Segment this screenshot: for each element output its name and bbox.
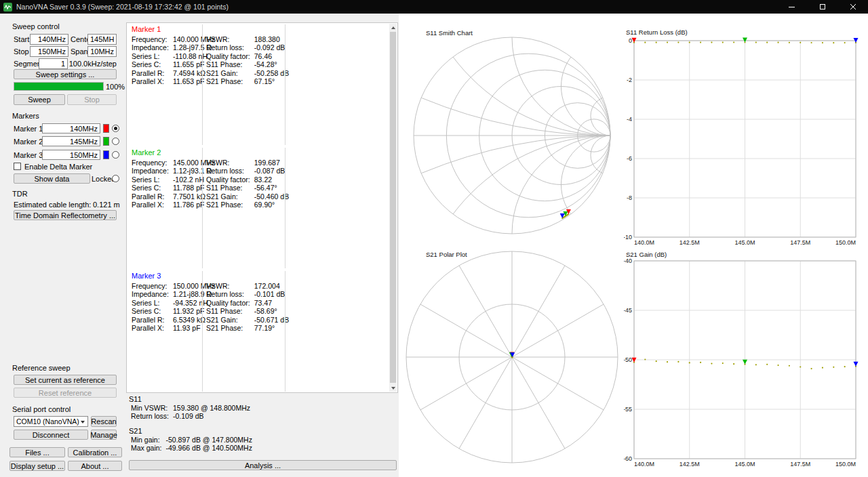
column-divider bbox=[285, 271, 285, 392]
field-label: Quality factor: bbox=[206, 175, 250, 184]
scroll-down-button[interactable] bbox=[389, 384, 397, 392]
field-label: Series L: bbox=[132, 52, 169, 60]
analysis-button[interactable]: Analysis ... bbox=[129, 460, 397, 470]
start-frequency-input[interactable] bbox=[30, 34, 68, 45]
maximize-icon bbox=[820, 4, 825, 9]
field-value: -56.47° bbox=[254, 184, 289, 192]
svg-text:-4: -4 bbox=[627, 116, 632, 123]
field-label: S21 Phase: bbox=[206, 324, 250, 332]
serial-port-select[interactable]: COM10 (NanoVNA) bbox=[14, 416, 88, 427]
marker-1-input[interactable] bbox=[42, 123, 100, 133]
close-icon bbox=[850, 3, 856, 10]
field-label: Min VSWR: bbox=[131, 404, 169, 412]
control-panel: Sweep control Start Center Stop Span Seg… bbox=[0, 14, 126, 477]
sweep-settings-button[interactable]: Sweep settings ... bbox=[14, 69, 117, 79]
field-value: 188.380 bbox=[254, 35, 289, 43]
s11-smith-chart-canvas[interactable] bbox=[401, 19, 623, 248]
reset-reference-button[interactable]: Reset reference bbox=[14, 388, 117, 398]
stop-frequency-input[interactable] bbox=[30, 46, 68, 57]
field-label: Quality factor: bbox=[206, 299, 250, 307]
field-label: Series C: bbox=[132, 60, 169, 68]
display-setup-button[interactable]: Display setup ... bbox=[9, 461, 65, 471]
rescan-button[interactable]: Rescan bbox=[91, 416, 117, 427]
marker-3-color-swatch[interactable] bbox=[103, 150, 109, 159]
enable-delta-marker-label: Enable Delta Marker bbox=[24, 163, 92, 171]
column-divider bbox=[285, 24, 285, 145]
vertical-scrollbar[interactable] bbox=[389, 24, 397, 392]
marker-field-column: VSWR:172.004Return loss:-0.101 dBQuality… bbox=[206, 282, 289, 332]
field-label: S11 Phase: bbox=[206, 184, 250, 192]
field-value: -58.69° bbox=[254, 307, 289, 315]
calibration-button[interactable]: Calibration ... bbox=[68, 447, 122, 457]
minimize-button[interactable] bbox=[776, 0, 807, 14]
show-data-button[interactable]: Show data bbox=[14, 173, 90, 184]
marker-1-radio[interactable] bbox=[112, 125, 119, 132]
close-button[interactable] bbox=[837, 0, 868, 14]
field-label: Parallel X: bbox=[132, 77, 169, 85]
maximize-button[interactable] bbox=[807, 0, 837, 14]
svg-text:145.0M: 145.0M bbox=[734, 461, 755, 468]
marker-data-title: Marker 3 bbox=[132, 272, 161, 280]
about-button[interactable]: About ... bbox=[68, 461, 122, 471]
window-title: NanoVNA Saver 0.3.9 (Sweep: 2021-08-19 1… bbox=[16, 3, 229, 11]
sweep-button[interactable]: Sweep bbox=[14, 94, 65, 105]
field-value: -49.966 dB @ 140.500MHz bbox=[166, 444, 252, 452]
marker-field-column: VSWR:199.687Return loss:-0.087 dBQuality… bbox=[206, 159, 289, 209]
field-label: Impedance: bbox=[132, 290, 169, 298]
stop-button[interactable]: Stop bbox=[67, 94, 117, 105]
reference-sweep-title: Reference sweep bbox=[12, 364, 71, 372]
column-divider bbox=[202, 148, 203, 268]
marker-3-input[interactable] bbox=[42, 150, 100, 160]
marker-2-radio[interactable] bbox=[112, 138, 119, 145]
field-value: -50.671 dB bbox=[254, 316, 289, 324]
s21-polar-plot-cell: S21 Polar Plot bbox=[401, 248, 623, 472]
segments-input[interactable] bbox=[39, 58, 68, 69]
span-frequency-input[interactable] bbox=[87, 46, 117, 57]
field-value: 159.380 @ 148.800MHz bbox=[173, 404, 250, 412]
locked-radio[interactable] bbox=[112, 175, 119, 182]
field-label: Frequency: bbox=[132, 282, 169, 290]
field-label: Parallel X: bbox=[132, 324, 169, 332]
field-label: Series L: bbox=[132, 175, 169, 184]
field-value: 199.687 bbox=[254, 159, 289, 167]
markers-title: Markers bbox=[12, 112, 39, 120]
s11-return-loss-canvas[interactable]: 0-2-4-6-8-10140.0M142.5M145.0M147.5M150.… bbox=[624, 19, 868, 248]
svg-text:-60: -60 bbox=[624, 455, 632, 462]
field-label: Return loss: bbox=[206, 167, 250, 175]
scrollbar-thumb[interactable] bbox=[390, 32, 396, 383]
disconnect-button[interactable]: Disconnect bbox=[14, 430, 88, 440]
cable-length-label: Estimated cable length: bbox=[14, 201, 91, 209]
s21-stats-title: S21 bbox=[129, 427, 142, 435]
svg-text:145.0M: 145.0M bbox=[734, 239, 755, 246]
enable-delta-marker-checkbox[interactable] bbox=[14, 163, 21, 170]
center-frequency-input[interactable] bbox=[87, 34, 117, 45]
set-reference-button[interactable]: Set current as reference bbox=[14, 375, 117, 385]
s11-smith-chart-cell: S11 Smith Chart bbox=[401, 19, 623, 248]
marker-3-radio[interactable] bbox=[112, 151, 119, 159]
chart-title: S21 Polar Plot bbox=[426, 251, 467, 258]
tdr-button[interactable]: Time Domain Reflectometry ... bbox=[14, 210, 117, 220]
field-value: 69.90° bbox=[254, 201, 289, 209]
field-value: 172.004 bbox=[254, 282, 289, 290]
svg-text:-55: -55 bbox=[624, 406, 632, 413]
marker-2-input[interactable] bbox=[42, 136, 100, 146]
scroll-down-icon bbox=[391, 387, 395, 390]
svg-text:147.5M: 147.5M bbox=[790, 239, 810, 246]
marker-2-color-swatch[interactable] bbox=[103, 137, 109, 146]
s21-polar-plot-canvas[interactable] bbox=[401, 248, 623, 472]
manage-button[interactable]: Manage bbox=[91, 430, 117, 440]
field-value: 73.47 bbox=[254, 299, 289, 307]
s21-gain-canvas[interactable]: -40-45-50-55-60140.0M142.5M145.0M147.5M1… bbox=[624, 248, 868, 472]
field-label: Series C: bbox=[132, 307, 169, 315]
svg-text:-45: -45 bbox=[624, 307, 632, 314]
field-value: 67.15° bbox=[254, 77, 289, 85]
files-button[interactable]: Files ... bbox=[9, 447, 65, 457]
cable-length-value: 0.121 m bbox=[93, 201, 120, 209]
s21-gain-chart-cell: S21 Gain (dB) -40-45-50-55-60140.0M142.5… bbox=[624, 248, 868, 472]
marker-1-color-swatch[interactable] bbox=[103, 124, 109, 133]
svg-text:147.5M: 147.5M bbox=[790, 461, 810, 468]
scroll-up-button[interactable] bbox=[389, 24, 397, 31]
chart-title: S11 Return Loss (dB) bbox=[626, 28, 688, 36]
field-label: Parallel R: bbox=[132, 192, 169, 201]
marker-data-scroll-area: Marker 1Frequency:140.000 MHzImpedance:1… bbox=[126, 22, 398, 393]
